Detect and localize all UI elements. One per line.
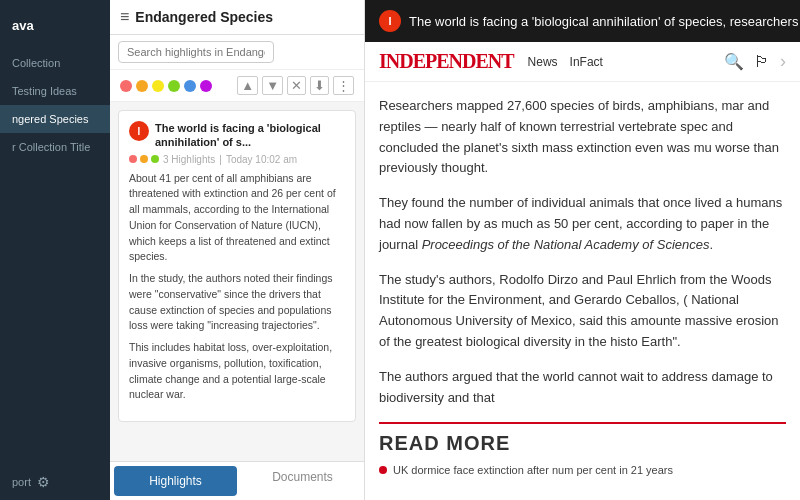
more-icon[interactable]: ⋮ [333,76,354,95]
article-card-title: The world is facing a 'biological annihi… [155,121,345,150]
download-icon[interactable]: ⬇ [310,76,329,95]
article-viewer-para-1: They found the number of individual anim… [379,193,786,255]
app-logo: ava [0,10,110,41]
read-more-section: READ MORE UK dormice face extinction aft… [379,422,786,478]
read-more-label: READ MORE [379,432,786,455]
banner-source-icon: I [379,10,401,32]
nav-infact[interactable]: InFact [570,55,603,69]
nav-news[interactable]: News [528,55,558,69]
middle-panel: ≡ Endangered Species ▲ ▼ ✕ ⬇ ⋮ I The wor… [110,0,365,500]
article-viewer-para-3: The authors argued that the world cannot… [379,367,786,409]
toolbar-icons: ▲ ▼ ✕ ⬇ ⋮ [237,76,354,95]
arrow-up-icon[interactable]: ▲ [237,76,258,95]
article-para-1: In the study, the authors noted their fi… [129,271,345,334]
gear-icon[interactable]: ⚙ [37,474,50,490]
h-dot-0 [129,155,137,163]
read-more-item[interactable]: UK dormice face extinction after num per… [379,463,786,478]
article-card-header: I The world is facing a 'biological anni… [129,121,345,150]
sidebar-item-testing[interactable]: Testing Ideas [0,77,110,105]
sidebar-item-endangered[interactable]: ngered Species [0,105,110,133]
hamburger-icon[interactable]: ≡ [120,8,129,26]
article-content: Researchers mapped 27,600 species of bir… [365,82,800,500]
middle-header: ≡ Endangered Species [110,0,364,35]
article-time: Today 10:02 am [226,154,297,165]
banner-title: The world is facing a 'biological annihi… [409,14,800,29]
sidebar: ava Collection Testing Ideas ngered Spec… [0,0,110,500]
color-dot-green[interactable] [168,80,180,92]
article-para-0: About 41 per cent of all amphibians are … [129,171,345,266]
highlight-color-dots [129,155,159,163]
color-filter-bar: ▲ ▼ ✕ ⬇ ⋮ [110,70,364,102]
tab-documents[interactable]: Documents [241,462,364,500]
h-dot-1 [140,155,148,163]
bottom-tabs: Highlights Documents [110,461,364,500]
newspaper-header: INDEPENDENT News InFact 🔍 🏳 › [365,42,800,82]
color-dot-yellow[interactable] [152,80,164,92]
color-dot-blue[interactable] [184,80,196,92]
arrow-down-icon[interactable]: ▼ [262,76,283,95]
sidebar-item-collection-title[interactable]: r Collection Title [0,133,110,161]
color-dot-purple[interactable] [200,80,212,92]
article-banner: I The world is facing a 'biological anni… [365,0,800,42]
article-viewer-para-2: The study's authors, Rodolfo Dirzo and P… [379,270,786,353]
read-more-text: UK dormice face extinction after num per… [393,463,673,478]
article-meta: 3 Highlights | Today 10:02 am [129,154,345,165]
export-label: port [12,476,31,488]
read-more-bullet [379,466,387,474]
flag-icon[interactable]: 🏳 [754,53,770,71]
article-source-icon: I [129,121,149,141]
search-icon[interactable]: 🔍 [724,52,744,71]
close-icon[interactable]: ✕ [287,76,306,95]
scroll-right-icon[interactable]: › [780,51,786,72]
article-para-2: This includes habitat loss, over-exploit… [129,340,345,403]
sidebar-bottom: port ⚙ [0,464,110,500]
h-dot-2 [151,155,159,163]
sidebar-item-collection[interactable]: Collection [0,49,110,77]
middle-panel-title: Endangered Species [135,9,354,25]
article-body: About 41 per cent of all amphibians are … [129,171,345,404]
color-dot-orange[interactable] [136,80,148,92]
article-date: | [219,154,222,165]
tab-highlights[interactable]: Highlights [114,466,237,496]
newspaper-nav-icons: 🔍 🏳 › [724,51,786,72]
newspaper-nav: News InFact [528,55,603,69]
color-dot-red[interactable] [120,80,132,92]
article-viewer-para-0: Researchers mapped 27,600 species of bir… [379,96,786,179]
highlights-count: 3 Highlights [163,154,215,165]
article-viewer: I The world is facing a 'biological anni… [365,0,800,500]
search-input[interactable] [118,41,274,63]
article-card[interactable]: I The world is facing a 'biological anni… [118,110,356,422]
newspaper-logo: INDEPENDENT [379,50,514,73]
